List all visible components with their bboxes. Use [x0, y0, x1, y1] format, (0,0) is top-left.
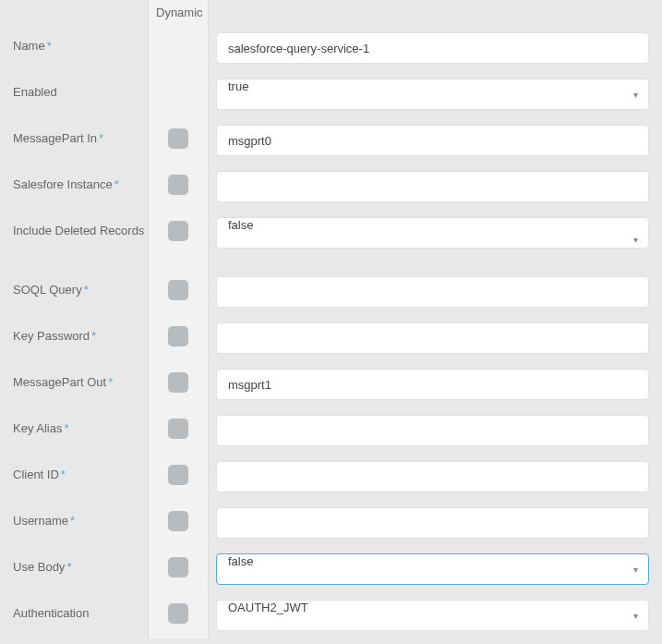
auth-select[interactable]: OAUTH2_JWT — [216, 600, 649, 631]
header-input — [209, 0, 649, 25]
soql-input[interactable] — [216, 276, 649, 308]
field-label-keypassword: Key Password* — [0, 315, 148, 358]
dynamic-toggle-keypassword[interactable] — [168, 326, 188, 346]
field-label-keyalias: Key Alias* — [0, 407, 148, 450]
dynamic-toggle-includedeleted[interactable] — [168, 221, 188, 241]
name-input[interactable] — [216, 32, 649, 64]
field-label-msgin: MessagePart In* — [0, 117, 148, 160]
dynamic-toggle-soql[interactable] — [168, 280, 188, 300]
dynamic-toggle-auth[interactable] — [168, 603, 188, 624]
field-label-name: Name* — [0, 25, 148, 67]
field-label-usebody: Use Body* — [0, 546, 148, 589]
dynamic-toggle-sfinstance[interactable] — [168, 175, 188, 195]
enabled-select[interactable]: true — [216, 79, 649, 110]
msgout-input[interactable] — [216, 369, 649, 400]
field-label-username: Username* — [0, 500, 148, 542]
keyalias-input[interactable] — [216, 415, 649, 446]
field-label-auth: Authentication — [0, 592, 148, 635]
clientid-input[interactable] — [216, 461, 649, 492]
field-label-includedeleted: Include Deleted Records — [0, 210, 148, 269]
msgin-input[interactable] — [216, 125, 649, 156]
header-dynamic: Dynamic — [148, 0, 209, 25]
sfinstance-input[interactable] — [216, 171, 649, 202]
form-container: Dynamic Name* Enabled true ▾ MessagePart… — [0, 0, 662, 638]
dynamic-cell-name — [148, 25, 209, 71]
dynamic-toggle-keyalias[interactable] — [168, 419, 188, 439]
dynamic-cell-enabled — [148, 71, 209, 117]
dynamic-toggle-username[interactable] — [168, 511, 188, 531]
field-label-soql: SOQL Query* — [0, 269, 148, 311]
field-label-sfinstance: Salesfore Instance* — [0, 164, 148, 206]
field-label-msgout: MessagePart Out* — [0, 361, 148, 404]
header-label — [0, 0, 148, 25]
keypassword-input[interactable] — [216, 322, 649, 354]
username-input[interactable] — [216, 507, 649, 539]
field-label-clientid: Client ID* — [0, 454, 148, 496]
dynamic-toggle-clientid[interactable] — [168, 465, 188, 485]
field-label-enabled: Enabled — [0, 71, 148, 114]
usebody-select[interactable]: false — [216, 553, 649, 585]
dynamic-toggle-usebody[interactable] — [168, 557, 188, 577]
includedeleted-select[interactable]: false — [216, 217, 649, 249]
dynamic-toggle-msgout[interactable] — [168, 372, 188, 393]
dynamic-toggle-msgin[interactable] — [168, 128, 188, 149]
